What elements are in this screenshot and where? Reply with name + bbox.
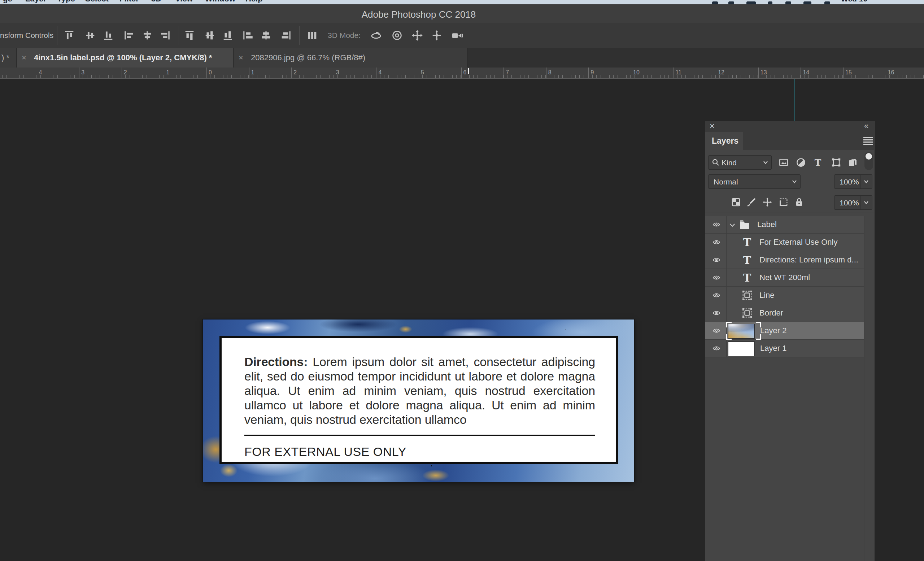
label-white-box[interactable]: Directions: Lorem ipsum dolor sit amet, … bbox=[219, 336, 618, 464]
layer-row-line[interactable]: Line bbox=[705, 286, 864, 304]
layer-visibility-toggle[interactable] bbox=[705, 269, 727, 286]
shape-layer-filter-icon[interactable] bbox=[831, 157, 842, 168]
panel-close-icon[interactable]: × bbox=[710, 121, 715, 131]
layer-name[interactable]: Label bbox=[757, 220, 777, 229]
menu-item-ge[interactable]: ge bbox=[3, 0, 12, 4]
cyan-guide-line[interactable] bbox=[794, 79, 794, 121]
distribute-vertical-centers-icon[interactable] bbox=[204, 29, 216, 42]
battery-icon[interactable] bbox=[746, 2, 756, 4]
layer-visibility-toggle[interactable] bbox=[705, 286, 727, 304]
pixel-layer-filter-icon[interactable] bbox=[778, 157, 789, 168]
layer-visibility-toggle[interactable] bbox=[705, 340, 727, 357]
opacity-value[interactable]: 100% bbox=[840, 178, 859, 186]
clock-text[interactable] bbox=[824, 2, 830, 4]
fill-value[interactable]: 100% bbox=[840, 198, 859, 207]
layer-name[interactable]: Net WT 200ml bbox=[759, 273, 810, 282]
layer-name[interactable]: Line bbox=[759, 291, 775, 300]
tab-close-icon[interactable]: × bbox=[22, 53, 26, 63]
show-transform-controls-label[interactable]: nsform Controls bbox=[0, 31, 53, 40]
layer-name[interactable]: For External Use Only bbox=[759, 237, 837, 247]
menu-item-layer[interactable]: Layer bbox=[25, 0, 46, 4]
distribute-top-edges-icon[interactable] bbox=[183, 29, 196, 42]
menu-item-3d[interactable]: 3D bbox=[151, 0, 161, 4]
layer-row-layer-1[interactable]: Layer 1 bbox=[705, 340, 864, 357]
align-top-edges-icon[interactable] bbox=[63, 29, 75, 42]
distribute-bottom-edges-icon[interactable] bbox=[222, 29, 234, 42]
3d-orbit-icon[interactable] bbox=[370, 29, 382, 42]
distribute-right-edges-icon[interactable] bbox=[280, 29, 292, 42]
layer-filter-kind-dropdown[interactable]: Kind bbox=[708, 155, 772, 170]
type-layer-thumbnail[interactable]: T bbox=[741, 236, 753, 248]
layer-name[interactable]: Directions: Lorem ipsum d... bbox=[759, 255, 858, 265]
menu-bar-clock[interactable]: Wed 10 bbox=[841, 0, 867, 3]
layer-visibility-toggle[interactable] bbox=[705, 234, 727, 251]
align-horizontal-centers-icon[interactable] bbox=[141, 29, 153, 42]
3d-camera-icon[interactable] bbox=[451, 29, 464, 42]
filter-toggle[interactable] bbox=[864, 152, 873, 170]
spotlight-icon[interactable] bbox=[728, 2, 734, 4]
align-left-edges-icon[interactable] bbox=[123, 29, 135, 42]
align-bottom-edges-icon[interactable] bbox=[102, 29, 114, 42]
distribute-horizontal-centers-icon[interactable] bbox=[260, 29, 272, 42]
layer-name[interactable]: Layer 2 bbox=[760, 326, 786, 335]
lock-transparency-icon[interactable] bbox=[730, 197, 741, 208]
panel-menu-icon[interactable] bbox=[863, 137, 873, 144]
type-layer-thumbnail[interactable]: T bbox=[741, 254, 753, 266]
lock-artboard-icon[interactable] bbox=[778, 197, 789, 208]
document-canvas[interactable]: Directions: Lorem ipsum dolor sit amet, … bbox=[203, 320, 634, 482]
document-tab-active[interactable]: × 4inx1.5in label.psd @ 100% (Layer 2, C… bbox=[16, 48, 234, 68]
align-vertical-centers-icon[interactable] bbox=[84, 29, 96, 42]
document-tab-partial[interactable]: ) * bbox=[0, 48, 16, 68]
lock-position-icon[interactable] bbox=[762, 197, 773, 208]
layer-name[interactable]: Layer 1 bbox=[760, 344, 786, 353]
panel-collapse-icon[interactable]: « bbox=[864, 121, 868, 131]
layer-row-label[interactable]: Label bbox=[705, 216, 864, 234]
3d-roll-icon[interactable] bbox=[391, 29, 403, 42]
type-layer-thumbnail[interactable]: T bbox=[741, 272, 753, 284]
layers-panel-tab[interactable]: Layers bbox=[705, 132, 743, 150]
shape-layer-thumbnail[interactable] bbox=[741, 307, 753, 319]
layer-row-directions-lorem-ipsum-d[interactable]: TDirections: Lorem ipsum d... bbox=[705, 251, 864, 269]
layer-name[interactable]: Border bbox=[759, 308, 783, 318]
blend-mode-dropdown[interactable]: Normal bbox=[708, 174, 801, 189]
layer-row-layer-2[interactable]: Layer 2 bbox=[705, 322, 864, 340]
menu-item-select[interactable]: Select bbox=[85, 0, 109, 4]
fill-field[interactable]: 100% bbox=[834, 195, 872, 210]
type-layer-filter-icon[interactable]: T bbox=[813, 157, 823, 168]
bluetooth-icon[interactable] bbox=[785, 2, 791, 4]
fill-layer-thumbnail[interactable] bbox=[728, 342, 755, 356]
menu-item-help[interactable]: Help bbox=[245, 0, 263, 4]
volume-icon[interactable] bbox=[804, 2, 812, 4]
menu-item-view[interactable]: View bbox=[175, 0, 193, 4]
opacity-field[interactable]: 100% bbox=[834, 174, 872, 189]
layer-row-for-external-use-only[interactable]: TFor External Use Only bbox=[705, 234, 864, 251]
layer-visibility-toggle[interactable] bbox=[705, 251, 727, 268]
horizontal-ruler[interactable]: 4321012345678910111213141516 bbox=[0, 68, 924, 79]
3d-pan-icon[interactable] bbox=[411, 29, 423, 42]
adjustment-layer-filter-icon[interactable] bbox=[795, 157, 806, 168]
layer-visibility-toggle[interactable] bbox=[705, 216, 727, 233]
menu-item-type[interactable]: Type bbox=[57, 0, 75, 4]
align-right-edges-icon[interactable] bbox=[159, 29, 171, 42]
ruler-number: 16 bbox=[888, 69, 894, 76]
siri-icon[interactable] bbox=[712, 2, 718, 4]
layer-row-border[interactable]: Border bbox=[705, 304, 864, 322]
image-layer-thumbnail[interactable] bbox=[728, 324, 755, 339]
smart-object-filter-icon[interactable] bbox=[848, 157, 858, 168]
document-tab-inactive[interactable]: × 2082906.jpg @ 66.7% (RGB/8#) bbox=[234, 48, 467, 68]
menu-item-window[interactable]: Window bbox=[205, 0, 236, 4]
menu-item-filter[interactable]: Filter bbox=[120, 0, 139, 4]
layer-visibility-toggle[interactable] bbox=[705, 322, 727, 339]
distribute-left-edges-icon[interactable] bbox=[242, 29, 254, 42]
lock-pixels-icon[interactable] bbox=[746, 197, 756, 208]
shape-layer-thumbnail[interactable] bbox=[741, 289, 753, 302]
layer-visibility-toggle[interactable] bbox=[705, 304, 727, 322]
3d-slide-icon[interactable] bbox=[430, 29, 443, 42]
group-expand-chevron-icon[interactable] bbox=[728, 221, 736, 229]
macos-menu-bar[interactable]: geLayerTypeSelectFilter3DViewWindowHelpW… bbox=[0, 0, 924, 4]
layer-row-net-wt-200ml[interactable]: TNet WT 200ml bbox=[705, 269, 864, 286]
lock-all-icon[interactable] bbox=[794, 197, 804, 208]
distribute-spacing-icon[interactable] bbox=[306, 29, 318, 42]
wifi-icon[interactable] bbox=[768, 2, 772, 4]
tab-close-icon[interactable]: × bbox=[238, 53, 243, 63]
